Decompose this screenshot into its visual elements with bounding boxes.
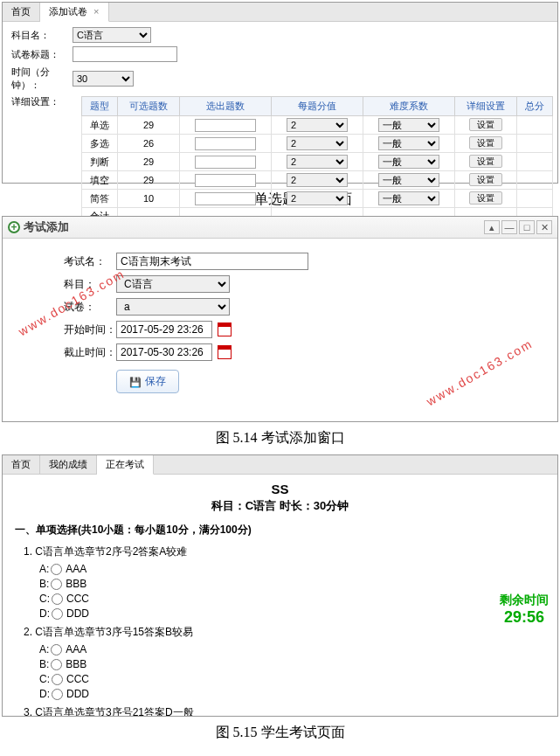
table-row: 多选262一般设置 [82,135,553,153]
pick-input[interactable] [195,137,256,150]
save-icon [129,376,142,388]
tab-bar: 首页 我的成绩 正在考试 [3,455,557,475]
detail-set-button[interactable]: 设置 [469,191,502,205]
option-radio[interactable] [51,564,62,575]
difficulty-select[interactable]: 一般 [378,118,439,132]
option-radio[interactable] [52,608,63,620]
question: 2. C语言单选章节3序号15答案B较易 [24,625,545,640]
pick-input[interactable] [195,156,256,169]
column-header: 总分 [516,97,552,116]
minimize-icon[interactable]: — [501,220,517,234]
total-cell [516,153,552,171]
tab-bar: 首页 添加试卷 × [3,3,557,22]
option-radio[interactable] [52,689,63,700]
tab-my-grades[interactable]: 我的成绩 [40,455,97,474]
column-header: 难度系数 [363,97,455,116]
exam-add-window: + 考试添加 ▴ — □ ✕ 考试名： 科目：C语言 试卷：a 开始时间： 截止… [2,216,558,422]
total-cell [516,135,552,153]
difficulty-select[interactable]: 一般 [378,191,439,205]
option-radio[interactable] [51,579,62,590]
figure-caption-2: 图 5.14 考试添加窗口 [0,429,560,447]
type-cell: 多选 [82,135,118,153]
option: A: AAA [39,643,545,655]
table-row: 单选292一般设置 [82,116,553,135]
score-select[interactable]: 2 [287,118,348,132]
pick-input[interactable] [195,192,256,205]
time-label: 时间（分钟）： [11,66,73,92]
window-title: 考试添加 [24,219,69,235]
start-input[interactable] [116,321,212,338]
tab-home[interactable]: 首页 [3,455,40,474]
pick-input[interactable] [195,174,256,187]
column-header: 选出题数 [179,97,271,116]
tab-add-paper[interactable]: 添加试卷 × [40,3,109,22]
maximize-icon[interactable]: □ [519,220,535,234]
plus-icon: + [8,221,20,233]
option: D: DDD [39,688,545,700]
score-select[interactable]: 2 [287,155,348,169]
column-header: 题型 [82,97,118,116]
detail-set-button[interactable]: 设置 [469,136,502,149]
detail-set-button[interactable]: 设置 [469,118,502,131]
column-header: 详细设置 [455,97,517,116]
timer-label: 剩余时间 [500,593,549,608]
difficulty-select[interactable]: 一般 [378,136,439,150]
detail-set-button[interactable]: 设置 [469,155,502,168]
avail-cell: 29 [118,116,180,135]
difficulty-select[interactable]: 一般 [378,173,439,187]
type-cell: 简答 [82,190,118,208]
type-cell: 填空 [82,171,118,190]
pin-icon[interactable]: ▴ [484,220,500,234]
table-row: 判断292一般设置 [82,153,553,171]
add-paper-panel: 首页 添加试卷 × 科目名： C语言 试卷标题： 时间（分钟）： 30 详细设置… [2,2,558,184]
save-button[interactable]: 保存 [116,370,179,393]
paper-label: 试卷： [64,300,116,315]
close-icon[interactable]: ✕ [536,220,552,234]
option: A: AAA [39,563,545,575]
exam-subtitle: 科目：C语言 时长：30分钟 [3,498,557,514]
figure-caption-3: 图 5.15 学生考试页面 [0,724,560,742]
time-select[interactable]: 30 [73,71,134,87]
title-label: 试卷标题： [11,48,73,61]
section-title: 一、单项选择(共10小题：每小题10分，满分100分) [15,523,545,538]
column-header: 可选题数 [118,97,180,116]
option: C: CCC [39,593,545,605]
end-input[interactable] [116,343,212,361]
subject-select[interactable]: C语言 [73,27,151,43]
close-icon[interactable]: × [93,6,99,17]
option-radio[interactable] [51,644,62,655]
detail-set-button[interactable]: 设置 [469,173,502,186]
paper-select[interactable]: a [116,298,230,316]
tab-home[interactable]: 首页 [3,3,40,21]
option: B: BBB [39,658,545,670]
exam-form: 考试名： 科目：C语言 试卷：a 开始时间： 截止时间： 保存 [3,239,557,393]
exam-title: SS [3,482,557,496]
start-label: 开始时间： [64,323,116,337]
avail-cell: 10 [118,190,180,208]
subject-select[interactable]: C语言 [116,275,230,293]
column-header: 每题分值 [271,97,363,116]
option: D: DDD [39,607,545,620]
total-cell [516,190,552,208]
detail-label: 详细设置： [11,95,73,108]
option-radio[interactable] [51,659,62,670]
title-input[interactable] [73,46,177,62]
score-select[interactable]: 2 [287,173,348,187]
difficulty-select[interactable]: 一般 [378,155,439,169]
exam-body: 一、单项选择(共10小题：每小题10分，满分100分) 1. C语言单选章节2序… [3,514,557,717]
subject-label: 科目： [64,277,116,292]
option-radio[interactable] [52,593,63,605]
score-select[interactable]: 2 [287,191,348,205]
option-radio[interactable] [52,674,63,685]
type-cell: 判断 [82,153,118,171]
settings-table: 题型可选题数选出题数每题分值难度系数详细设置总分 单选292一般设置多选262一… [81,96,553,225]
pick-input[interactable] [195,119,256,132]
tab-current-exam[interactable]: 正在考试 [97,455,154,475]
calendar-icon[interactable] [218,345,232,359]
calendar-icon[interactable] [218,323,232,336]
type-cell: 单选 [82,116,118,135]
score-select[interactable]: 2 [287,136,348,150]
timer-value: 29:56 [500,608,549,627]
total-cell [516,171,552,190]
exam-name-input[interactable] [116,253,308,270]
